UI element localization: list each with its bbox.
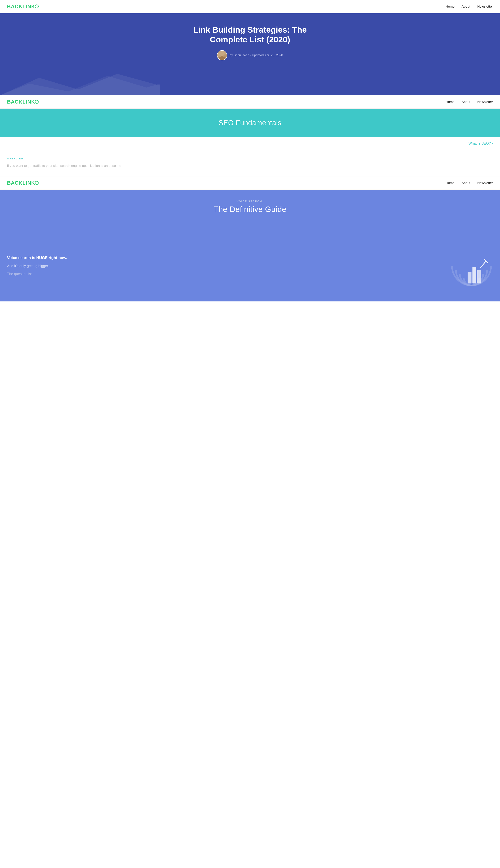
hero-mountains-svg	[0, 72, 160, 95]
logo-1: BACKLINK	[7, 3, 39, 10]
logo-text-2: BACKLINK	[7, 99, 35, 105]
svg-rect-6	[477, 270, 481, 283]
overview-label: OVERVIEW	[7, 157, 493, 160]
nav-about-1[interactable]: About	[462, 5, 470, 8]
hero-link-building: Link Building Strategies: The Complete L…	[0, 13, 500, 95]
voice-line-1: Voice search is HUGE right now.	[7, 254, 444, 261]
voice-text-col: Voice search is HUGE right now. And it's…	[7, 252, 444, 279]
author-avatar	[217, 50, 227, 60]
voice-search-content: Voice search is HUGE right now. And it's…	[0, 252, 500, 302]
logo-2: BACKLINK	[7, 99, 39, 105]
author-line: by Brian Dean · Updated Apr. 28, 2020	[7, 50, 493, 60]
nav-home-3[interactable]: Home	[446, 181, 454, 185]
nav-home-1[interactable]: Home	[446, 5, 454, 8]
voice-line-3: The question is:	[7, 271, 444, 277]
svg-rect-4	[468, 272, 471, 283]
what-is-seo-row: What Is SEO? ›	[0, 137, 500, 150]
navbar-3: BACKLINK Home About Newsletter	[0, 177, 500, 190]
voice-search-graphic	[450, 252, 493, 291]
navbar-1: BACKLINK Home About Newsletter	[0, 0, 500, 13]
seo-fundamentals-banner: SEO Fundamentals	[0, 109, 500, 137]
what-is-seo-text: What Is SEO?	[468, 142, 491, 146]
chevron-right-icon: ›	[492, 142, 493, 145]
avatar-face	[217, 50, 227, 60]
nav-newsletter-1[interactable]: Newsletter	[477, 5, 493, 8]
logo-o-3	[35, 181, 39, 185]
nav-about-3[interactable]: About	[462, 181, 470, 185]
logo-3: BACKLINK	[7, 180, 39, 186]
voice-search-label: VOICE SEARCH:	[7, 200, 493, 203]
nav-newsletter-2[interactable]: Newsletter	[477, 100, 493, 104]
hero-title: Link Building Strategies: The Complete L…	[184, 25, 316, 45]
svg-point-1	[219, 56, 225, 60]
navbar-2: BACKLINK Home About Newsletter	[0, 95, 500, 109]
logo-text-1: BACKLINK	[7, 3, 35, 9]
hero-separator	[14, 220, 486, 220]
logo-text-3: BACKLINK	[7, 180, 35, 186]
logo-o-1	[35, 4, 39, 8]
nav-newsletter-3[interactable]: Newsletter	[477, 181, 493, 185]
overview-section: OVERVIEW If you want to get traffic to y…	[0, 150, 500, 177]
what-is-seo-link[interactable]: What Is SEO? ›	[468, 142, 493, 146]
svg-point-0	[220, 52, 224, 56]
voice-graphic-col	[450, 252, 493, 291]
nav-home-2[interactable]: Home	[446, 100, 454, 104]
voice-search-hero: VOICE SEARCH: The Definitive Guide	[0, 190, 500, 252]
nav-links-2: Home About Newsletter	[446, 100, 493, 104]
logo-o-2	[35, 100, 39, 104]
svg-rect-5	[473, 267, 476, 283]
nav-links-1: Home About Newsletter	[446, 5, 493, 9]
author-text: by Brian Dean · Updated Apr. 28, 2020	[229, 54, 283, 57]
voice-search-title: The Definitive Guide	[7, 205, 493, 214]
seo-fundamentals-title: SEO Fundamentals	[7, 119, 493, 127]
nav-links-3: Home About Newsletter	[446, 181, 493, 185]
voice-line-2: And it's only getting bigger.	[7, 263, 444, 269]
nav-about-2[interactable]: About	[462, 100, 470, 104]
overview-text: If you want to get traffic to your site,…	[7, 163, 493, 168]
